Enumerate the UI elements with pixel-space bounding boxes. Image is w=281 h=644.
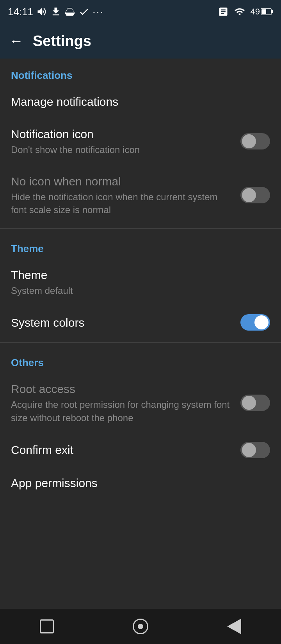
settings-item-confirm-exit[interactable]: Confirm exit [0,433,281,467]
toggle-thumb-notification-icon [242,134,256,148]
svg-rect-2 [261,9,266,14]
status-bar-left: 14:11 ··· [8,5,104,18]
nav-recents-button[interactable] [31,615,62,638]
item-subtitle-no-icon-normal: Hide the notification icon when the curr… [11,190,233,217]
section-header-others: Others [0,346,281,373]
section-header-theme: Theme [0,232,281,259]
item-title-confirm-exit: Confirm exit [11,442,233,457]
settings-item-root-access[interactable]: Root access Acquire the root permission … [0,373,281,433]
settings-item-notification-icon[interactable]: Notification icon Don't show the notific… [0,118,281,165]
battery-percent: 49 [251,7,260,17]
back-button[interactable]: ← [9,33,23,49]
section-others: Others Root access Acquire the root perm… [0,346,281,499]
mute-icon [36,6,47,17]
section-header-notifications: Notifications [0,59,281,85]
divider-2 [0,342,281,343]
toggle-root-access[interactable] [240,395,270,411]
nav-back-button[interactable] [219,615,250,638]
item-title-app-permissions: App permissions [11,475,262,491]
divider-1 [0,228,281,229]
item-title-notification-icon: Notification icon [11,126,233,142]
status-bar: 14:11 ··· 49 [0,0,281,23]
settings-item-no-icon-normal[interactable]: No icon when normal Hide the notificatio… [0,165,281,225]
nav-home-button[interactable] [125,615,156,638]
page-title: Settings [33,33,91,50]
toggle-thumb-confirm-exit [242,443,256,457]
wifi-icon [233,6,247,17]
battery-icon: 49 [251,7,273,17]
item-subtitle-notification-icon: Don't show the notification icon [11,143,233,157]
home-icon [133,619,148,634]
toggle-confirm-exit[interactable] [240,442,270,458]
battery-shape [261,8,273,16]
status-bar-right: 49 [218,6,273,17]
toggle-no-icon-normal[interactable] [240,187,270,203]
download-icon [50,6,61,17]
close-box-icon [218,6,229,17]
item-title-system-colors: System colors [11,315,233,330]
svg-rect-1 [271,10,273,13]
drive-icon [64,6,75,17]
time-display: 14:11 [8,6,33,18]
nav-bar [0,609,281,644]
settings-item-theme[interactable]: Theme System default [0,259,281,306]
toggle-thumb-system-colors [254,315,269,329]
toggle-system-colors[interactable] [240,314,270,331]
item-title-manage-notifications: Manage notifications [11,94,262,109]
item-title-no-icon-normal: No icon when normal [11,174,233,189]
app-bar: ← Settings [0,23,281,59]
back-icon [227,619,241,634]
toggle-notification-icon[interactable] [240,133,270,149]
item-subtitle-root-access: Acquire the root permission for changing… [11,398,233,424]
settings-content: Notifications Manage notifications Notif… [0,59,281,609]
toggle-thumb-root-access [242,396,256,410]
check-icon [78,6,89,17]
toggle-thumb-no-icon-normal [242,188,256,202]
dots-icon: ··· [92,5,104,18]
item-title-root-access: Root access [11,381,233,397]
settings-item-app-permissions[interactable]: App permissions [0,467,281,499]
settings-item-system-colors[interactable]: System colors [0,306,281,339]
section-theme: Theme Theme System default System colors [0,232,281,340]
settings-item-manage-notifications[interactable]: Manage notifications [0,85,281,118]
item-title-theme: Theme [11,267,262,283]
section-notifications: Notifications Manage notifications Notif… [0,59,281,225]
item-subtitle-theme: System default [11,284,262,297]
recents-icon [40,619,54,633]
